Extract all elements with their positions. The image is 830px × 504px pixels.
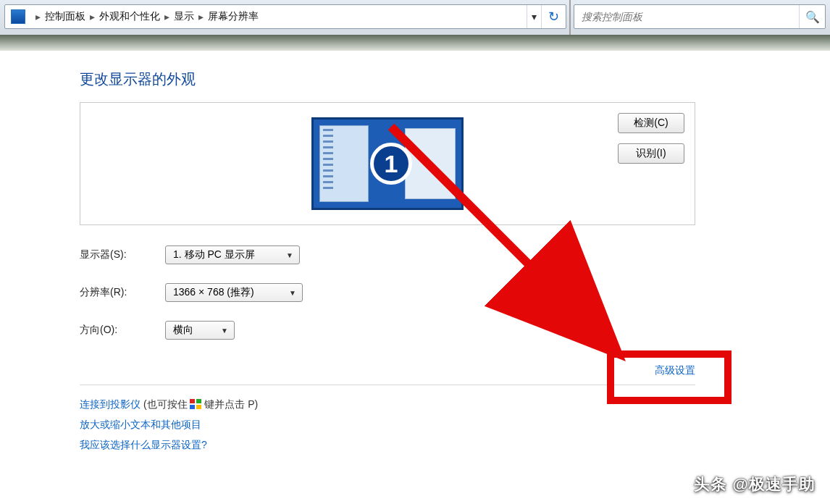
- breadcrumb-root[interactable]: 控制面板: [45, 10, 85, 23]
- refresh-icon[interactable]: ↻: [541, 5, 566, 28]
- projector-link-text: 连接到投影仪: [80, 398, 141, 410]
- breadcrumb-resolution[interactable]: 屏幕分辨率: [208, 10, 259, 23]
- resolution-label: 分辨率(R):: [80, 286, 165, 299]
- address-bar[interactable]: ▸ 控制面板 ▸ 外观和个性化 ▸ 显示 ▸ 屏幕分辨率 ▾ ↻: [4, 4, 566, 29]
- page-title: 更改显示器的外观: [80, 70, 830, 89]
- monitor-thumbnail-left: [319, 125, 369, 202]
- monitor-number-badge: 1: [370, 143, 412, 185]
- related-links: 连接到投影仪 (也可按住 键并点击 P) 放大或缩小文本和其他项目 我应该选择什…: [80, 398, 830, 452]
- search-icon[interactable]: 🔍: [799, 5, 825, 28]
- divider: [80, 385, 695, 385]
- control-panel-icon: [11, 9, 25, 24]
- display-preview-box: 1 检测(C) 识别(I): [80, 102, 695, 225]
- breadcrumb-appearance[interactable]: 外观和个性化: [99, 10, 160, 23]
- projector-hint-b: 键并点击 P): [204, 398, 258, 410]
- chevron-right-icon: ▸: [35, 11, 41, 22]
- windows-key-icon: [190, 399, 201, 409]
- search-input[interactable]: [574, 11, 799, 22]
- orientation-label: 方向(O):: [80, 324, 165, 337]
- orientation-dropdown[interactable]: 横向: [165, 321, 235, 340]
- search-bar-container: 🔍: [571, 0, 830, 35]
- search-bar: 🔍: [574, 4, 826, 29]
- chevron-right-icon: ▸: [90, 11, 95, 22]
- projector-link[interactable]: 连接到投影仪 (也可按住 键并点击 P): [80, 398, 830, 411]
- projector-hint-a: (也可按住: [143, 398, 190, 410]
- display-dropdown[interactable]: 1. 移动 PC 显示屏: [165, 245, 300, 264]
- address-dropdown-icon[interactable]: ▾: [527, 5, 541, 28]
- monitor-preview[interactable]: 1: [311, 117, 464, 210]
- content-panel: 更改显示器的外观 1 检测(C) 识别(I) 显示器(S): 1. 移动 PC …: [0, 51, 830, 504]
- advanced-settings-link[interactable]: 高级设置: [655, 364, 695, 376]
- display-label: 显示器(S):: [80, 248, 165, 261]
- display-value: 1. 移动 PC 显示屏: [173, 248, 255, 260]
- resolution-dropdown[interactable]: 1366 × 768 (推荐): [165, 283, 303, 302]
- text-size-link[interactable]: 放大或缩小文本和其他项目: [80, 419, 830, 432]
- which-display-link[interactable]: 我应该选择什么显示器设置?: [80, 439, 830, 452]
- settings-form: 显示器(S): 1. 移动 PC 显示屏 分辨率(R): 1366 × 768 …: [80, 245, 830, 340]
- chevron-right-icon: ▸: [164, 11, 169, 22]
- watermark-text: 头条 @极速手助: [694, 474, 816, 495]
- window-chrome: ▸ 控制面板 ▸ 外观和个性化 ▸ 显示 ▸ 屏幕分辨率 ▾ ↻ 🔍: [0, 0, 830, 35]
- orientation-value: 横向: [173, 324, 193, 335]
- monitor-thumbnail-right: [405, 128, 456, 199]
- detect-button[interactable]: 检测(C): [618, 113, 684, 133]
- chevron-right-icon: ▸: [198, 11, 204, 22]
- address-bar-container: ▸ 控制面板 ▸ 外观和个性化 ▸ 显示 ▸ 屏幕分辨率 ▾ ↻: [0, 0, 571, 35]
- identify-button[interactable]: 识别(I): [618, 143, 684, 164]
- resolution-value: 1366 × 768 (推荐): [173, 286, 254, 298]
- breadcrumb-display[interactable]: 显示: [174, 10, 194, 23]
- window-border: [0, 35, 830, 51]
- advanced-settings-row: 高级设置: [80, 364, 695, 377]
